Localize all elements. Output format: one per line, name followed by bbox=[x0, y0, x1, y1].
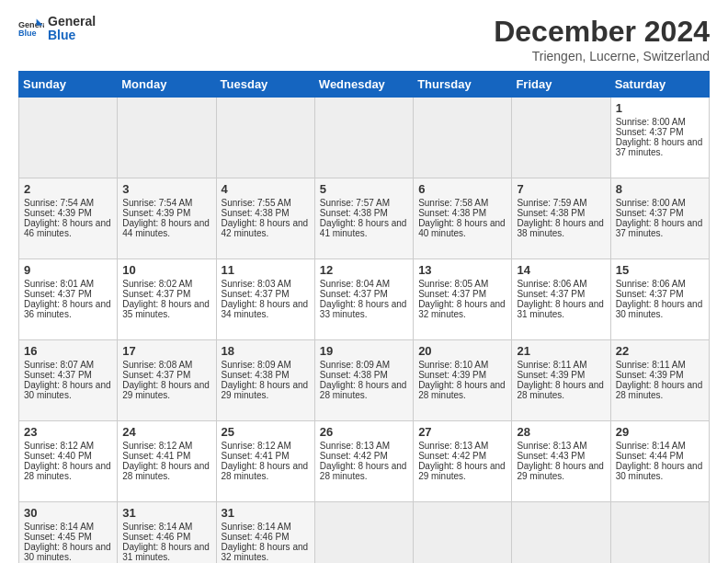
day-cell: 4 Sunrise: 7:55 AM Sunset: 4:38 PM Dayli… bbox=[216, 178, 314, 259]
col-tuesday: Tuesday bbox=[216, 72, 314, 98]
empty-cell bbox=[414, 98, 512, 178]
sunset: Sunset: 4:37 PM bbox=[222, 289, 290, 299]
daylight: Daylight: 8 hours and 29 minutes. bbox=[122, 380, 210, 400]
day-number: 3 bbox=[122, 182, 210, 196]
sunrise: Sunrise: 8:10 AM bbox=[418, 360, 488, 370]
sunset: Sunset: 4:41 PM bbox=[122, 451, 190, 461]
empty-cell bbox=[19, 98, 118, 178]
day-cell: 31 Sunrise: 8:14 AM Sunset: 4:46 PM Dayl… bbox=[118, 502, 216, 564]
empty-cell bbox=[314, 502, 413, 564]
col-sunday: Sunday bbox=[19, 72, 118, 98]
day-cell: 28 Sunrise: 8:13 AM Sunset: 4:43 PM Dayl… bbox=[512, 421, 610, 502]
day-number: 4 bbox=[222, 182, 310, 196]
day-cell: 6 Sunrise: 7:58 AM Sunset: 4:38 PM Dayli… bbox=[414, 178, 512, 259]
day-number: 31 bbox=[222, 506, 310, 520]
logo-text: General Blue bbox=[48, 15, 96, 43]
sunset: Sunset: 4:42 PM bbox=[320, 451, 388, 461]
col-saturday: Saturday bbox=[610, 72, 709, 98]
day-cell: 1 Sunrise: 8:00 AM Sunset: 4:37 PM Dayli… bbox=[610, 98, 709, 178]
sunset: Sunset: 4:38 PM bbox=[222, 370, 290, 380]
daylight: Daylight: 8 hours and 28 minutes. bbox=[418, 380, 506, 400]
daylight: Daylight: 8 hours and 29 minutes. bbox=[517, 461, 604, 481]
day-number: 26 bbox=[320, 425, 408, 439]
day-number: 1 bbox=[616, 101, 704, 115]
daylight: Daylight: 8 hours and 44 minutes. bbox=[122, 218, 210, 238]
daylight: Daylight: 8 hours and 28 minutes. bbox=[24, 461, 111, 481]
day-cell: 11 Sunrise: 8:03 AM Sunset: 4:37 PM Dayl… bbox=[216, 259, 314, 340]
location: Triengen, Lucerne, Switzerland bbox=[494, 49, 710, 63]
daylight: Daylight: 8 hours and 33 minutes. bbox=[320, 299, 407, 319]
daylight: Daylight: 8 hours and 29 minutes. bbox=[222, 380, 309, 400]
sunset: Sunset: 4:39 PM bbox=[418, 370, 486, 380]
daylight: Daylight: 8 hours and 38 minutes. bbox=[517, 218, 604, 238]
sunrise: Sunrise: 8:02 AM bbox=[122, 279, 192, 289]
sunset: Sunset: 4:38 PM bbox=[418, 208, 486, 218]
day-number: 14 bbox=[517, 263, 605, 277]
day-cell: 9 Sunrise: 8:01 AM Sunset: 4:37 PM Dayli… bbox=[19, 259, 118, 340]
col-friday: Friday bbox=[512, 72, 610, 98]
empty-cell bbox=[512, 502, 610, 564]
title-block: December 2024 Triengen, Lucerne, Switzer… bbox=[494, 15, 710, 63]
daylight: Daylight: 8 hours and 37 minutes. bbox=[616, 218, 703, 238]
sunrise: Sunrise: 7:59 AM bbox=[517, 198, 586, 208]
daylight: Daylight: 8 hours and 28 minutes. bbox=[616, 380, 703, 400]
day-number: 12 bbox=[320, 263, 408, 277]
day-number: 18 bbox=[222, 344, 310, 358]
day-number: 8 bbox=[616, 182, 704, 196]
sunset: Sunset: 4:46 PM bbox=[222, 532, 290, 542]
sunrise: Sunrise: 8:09 AM bbox=[222, 360, 291, 370]
daylight: Daylight: 8 hours and 28 minutes. bbox=[320, 461, 407, 481]
sunrise: Sunrise: 8:09 AM bbox=[320, 360, 390, 370]
day-number: 20 bbox=[418, 344, 506, 358]
sunset: Sunset: 4:42 PM bbox=[418, 451, 486, 461]
sunset: Sunset: 4:37 PM bbox=[517, 289, 585, 299]
day-number: 29 bbox=[616, 425, 704, 439]
daylight: Daylight: 8 hours and 34 minutes. bbox=[222, 299, 309, 319]
table-row: 30 Sunrise: 8:14 AM Sunset: 4:45 PM Dayl… bbox=[19, 502, 710, 564]
sunset: Sunset: 4:38 PM bbox=[222, 208, 290, 218]
day-number: 7 bbox=[517, 182, 605, 196]
sunset: Sunset: 4:37 PM bbox=[122, 370, 190, 380]
daylight: Daylight: 8 hours and 28 minutes. bbox=[122, 461, 210, 481]
header: General Blue General Blue December 2024 … bbox=[18, 15, 710, 63]
empty-cell bbox=[512, 98, 610, 178]
day-cell: 5 Sunrise: 7:57 AM Sunset: 4:38 PM Dayli… bbox=[314, 178, 413, 259]
table-row: 16 Sunrise: 8:07 AM Sunset: 4:37 PM Dayl… bbox=[19, 340, 710, 421]
day-cell: 17 Sunrise: 8:08 AM Sunset: 4:37 PM Dayl… bbox=[118, 340, 216, 421]
sunrise: Sunrise: 7:54 AM bbox=[24, 198, 94, 208]
sunset: Sunset: 4:39 PM bbox=[616, 370, 684, 380]
sunrise: Sunrise: 8:12 AM bbox=[24, 441, 94, 451]
sunset: Sunset: 4:41 PM bbox=[222, 451, 290, 461]
empty-cell bbox=[414, 502, 512, 564]
sunrise: Sunrise: 7:58 AM bbox=[418, 198, 488, 208]
sunrise: Sunrise: 7:55 AM bbox=[222, 198, 291, 208]
sunrise: Sunrise: 8:13 AM bbox=[320, 441, 390, 451]
sunset: Sunset: 4:37 PM bbox=[616, 127, 684, 137]
day-cell: 7 Sunrise: 7:59 AM Sunset: 4:38 PM Dayli… bbox=[512, 178, 610, 259]
sunset: Sunset: 4:39 PM bbox=[24, 208, 92, 218]
sunset: Sunset: 4:44 PM bbox=[616, 451, 684, 461]
day-number: 25 bbox=[222, 425, 310, 439]
day-cell: 22 Sunrise: 8:11 AM Sunset: 4:39 PM Dayl… bbox=[610, 340, 709, 421]
day-number: 31 bbox=[122, 506, 210, 520]
sunrise: Sunrise: 8:03 AM bbox=[222, 279, 291, 289]
sunrise: Sunrise: 8:11 AM bbox=[517, 360, 586, 370]
sunset: Sunset: 4:37 PM bbox=[24, 289, 92, 299]
logo-icon: General Blue bbox=[18, 16, 44, 41]
daylight: Daylight: 8 hours and 28 minutes. bbox=[222, 461, 309, 481]
sunset: Sunset: 4:37 PM bbox=[24, 370, 92, 380]
page-container: General Blue General Blue December 2024 … bbox=[0, 0, 728, 563]
daylight: Daylight: 8 hours and 28 minutes. bbox=[517, 380, 604, 400]
sunrise: Sunrise: 7:57 AM bbox=[320, 198, 390, 208]
day-number: 17 bbox=[122, 344, 210, 358]
daylight: Daylight: 8 hours and 35 minutes. bbox=[122, 299, 210, 319]
day-cell: 26 Sunrise: 8:13 AM Sunset: 4:42 PM Dayl… bbox=[314, 421, 413, 502]
sunset: Sunset: 4:38 PM bbox=[320, 208, 388, 218]
day-number: 13 bbox=[418, 263, 506, 277]
daylight: Daylight: 8 hours and 29 minutes. bbox=[418, 461, 506, 481]
sunset: Sunset: 4:39 PM bbox=[517, 370, 585, 380]
daylight: Daylight: 8 hours and 30 minutes. bbox=[24, 380, 111, 400]
sunrise: Sunrise: 8:06 AM bbox=[517, 279, 586, 289]
sunrise: Sunrise: 8:01 AM bbox=[24, 279, 94, 289]
table-row: 1 Sunrise: 8:00 AM Sunset: 4:37 PM Dayli… bbox=[19, 98, 710, 178]
